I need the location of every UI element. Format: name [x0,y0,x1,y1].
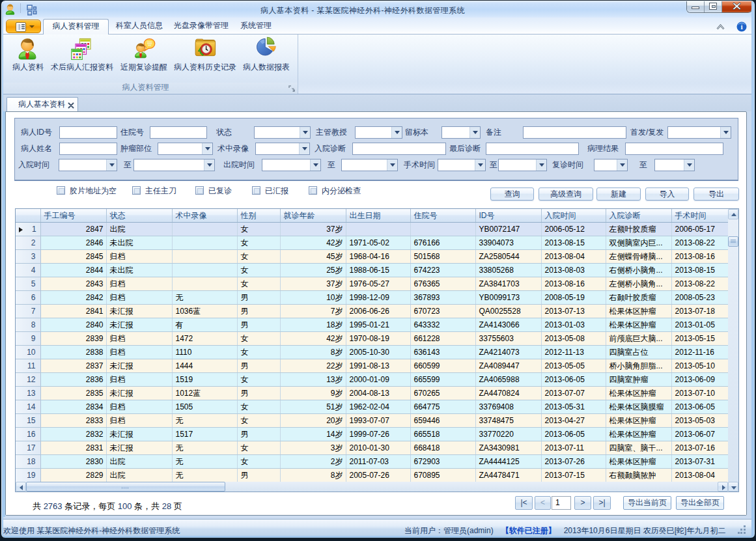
svg-text:i: i [740,23,742,31]
